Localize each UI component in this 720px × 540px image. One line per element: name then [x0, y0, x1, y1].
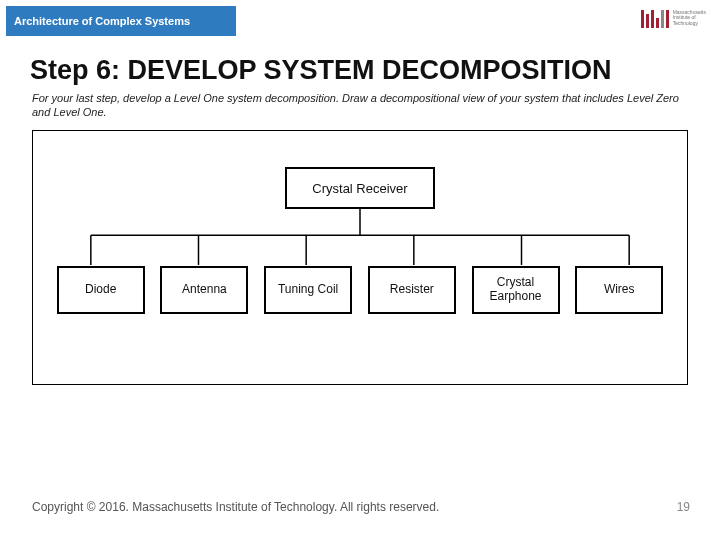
instructions-text: For your last step, develop a Level One …: [32, 92, 680, 120]
mit-logo-text: Massachusetts Institute of Technology: [673, 10, 706, 27]
child-node-wires: Wires: [575, 266, 663, 314]
diagram-frame: Crystal Receiver Diode Antenna Tuning Co…: [32, 130, 688, 385]
child-node-tuning-coil: Tuning Coil: [264, 266, 352, 314]
child-node-diode: Diode: [57, 266, 145, 314]
child-node-antenna: Antenna: [160, 266, 248, 314]
mit-logo-bars: [641, 8, 669, 28]
header-subject-text: Architecture of Complex Systems: [14, 15, 190, 27]
mit-logo: Massachusetts Institute of Technology: [641, 8, 706, 28]
root-node: Crystal Receiver: [285, 167, 435, 209]
root-node-label: Crystal Receiver: [312, 181, 407, 196]
child-node-crystal-earphone: Crystal Earphone: [472, 266, 560, 314]
page-number: 19: [677, 500, 690, 514]
page-title: Step 6: DEVELOP SYSTEM DECOMPOSITION: [30, 55, 612, 86]
header-subject-bar: Architecture of Complex Systems: [6, 6, 236, 36]
children-row: Diode Antenna Tuning Coil Resister Cryst…: [33, 266, 687, 314]
child-node-resister: Resister: [368, 266, 456, 314]
copyright-footer: Copyright © 2016. Massachusetts Institut…: [32, 500, 439, 514]
